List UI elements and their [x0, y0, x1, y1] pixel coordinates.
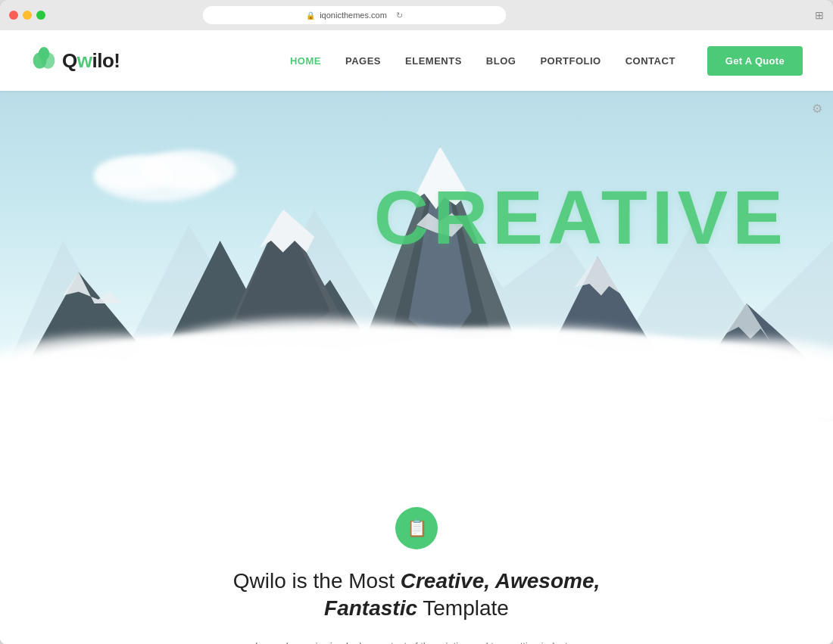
nav-item-contact[interactable]: CONTACT	[626, 55, 675, 67]
traffic-lights	[9, 11, 45, 20]
get-quote-button[interactable]: Get A Quote	[707, 46, 803, 76]
content-section: 📋 Qwilo is the Most Creative, Awesome, F…	[0, 477, 833, 644]
site-navbar: Qwilo! HOME PAGES ELEMENTS BLOG PORTFOLI…	[0, 30, 833, 91]
browser-content: Qwilo! HOME PAGES ELEMENTS BLOG PORTFOLI…	[0, 30, 833, 644]
heading-em1: Creative, Awesome,	[401, 569, 601, 593]
address-bar[interactable]: 🔒 iqonicthemes.com ↻	[203, 6, 506, 24]
browser-frame: 🔒 iqonicthemes.com ↻ ⊞ Qwilo! HOME	[0, 0, 833, 644]
lock-icon: 🔒	[306, 11, 315, 20]
section-body-text: Lorem Ipsum is simply dummy text of the …	[250, 638, 583, 644]
traffic-light-red[interactable]	[9, 11, 18, 20]
url-text: iqonicthemes.com	[320, 11, 387, 20]
nav-item-portfolio[interactable]: PORTFOLIO	[540, 55, 601, 67]
hero-title: CREATIVE	[374, 174, 788, 261]
logo-icon	[30, 47, 58, 74]
heading-em2: Fantastic	[324, 596, 417, 620]
svg-rect-33	[0, 453, 833, 477]
traffic-light-yellow[interactable]	[23, 11, 32, 20]
expand-icon[interactable]: ⊞	[815, 9, 824, 21]
section-heading: Qwilo is the Most Creative, Awesome, Fan…	[15, 568, 818, 623]
browser-titlebar: 🔒 iqonicthemes.com ↻ ⊞	[0, 0, 833, 30]
nav-item-pages[interactable]: PAGES	[345, 55, 381, 67]
settings-icon[interactable]: ⚙	[812, 101, 822, 116]
hero-background: CREATIVE	[0, 91, 833, 477]
refresh-icon[interactable]: ↻	[396, 11, 403, 20]
section-icon-circle: 📋	[395, 507, 438, 549]
document-icon: 📋	[407, 518, 427, 538]
nav-item-home[interactable]: HOME	[290, 55, 321, 67]
nav-item-blog[interactable]: BLOG	[486, 55, 516, 67]
hero-section: CREATIVE ⚙	[0, 91, 833, 477]
mountain-scene	[0, 91, 833, 477]
site-nav: HOME PAGES ELEMENTS BLOG PORTFOLIO CONTA…	[290, 46, 803, 76]
heading-text-part1: Qwilo is the Most	[233, 569, 401, 593]
svg-point-2	[39, 47, 49, 61]
site-logo: Qwilo!	[30, 47, 120, 74]
heading-text-part2: Template	[417, 596, 509, 620]
traffic-light-green[interactable]	[36, 11, 45, 20]
svg-point-31	[95, 157, 173, 191]
logo-text: Qwilo!	[62, 49, 120, 73]
nav-item-elements[interactable]: ELEMENTS	[405, 55, 462, 67]
